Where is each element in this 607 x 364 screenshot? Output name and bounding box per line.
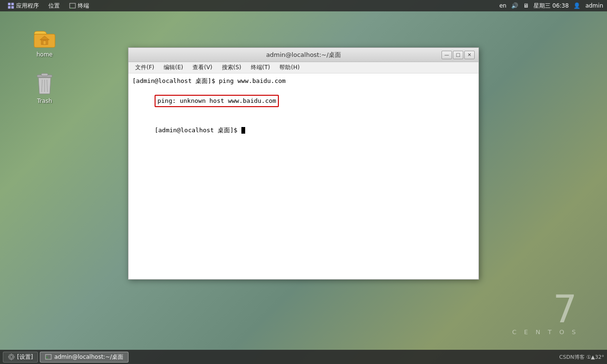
taskbar-top-left: 应用程序 位置 _ 终端 [4,1,93,11]
settings-icon [8,354,15,360]
menu-view[interactable]: 查看(V) [188,63,217,73]
home-icon-label: home [37,51,53,58]
terminal-line-2: ping: unknown host www.baidu.com [132,86,475,117]
menu-file[interactable]: 文件(F) [130,63,159,73]
terminal-cursor [241,127,245,134]
svg-rect-0 [8,3,10,5]
apps-icon [8,2,14,9]
centos-version-number: 7 [512,291,579,328]
lang-indicator: en [499,2,506,9]
settings-taskbar-item[interactable]: [设置] [3,352,38,363]
menu-terminal[interactable]: _ 终端 [65,1,93,11]
taskbar-bottom-right: CSDN博客 ①▲32° [559,354,604,361]
taskbar-top-right: en 🔊 🖥 星期三 06:38 👤 admin [499,2,603,10]
terminal-taskbar-label: admin@localhost:~/桌面 [54,353,123,361]
svg-rect-1 [11,3,14,5]
svg-text:>_: >_ [46,355,50,359]
svg-rect-11 [41,73,48,76]
terminal-taskbar-item[interactable]: >_ admin@localhost:~/桌面 [40,352,129,363]
svg-rect-9 [43,41,46,45]
volume-icon: 🔊 [511,2,518,9]
svg-line-12 [42,80,42,92]
display-icon: 🖥 [523,2,529,9]
desktop-icon-trash[interactable]: Trash [26,70,64,107]
menu-apps[interactable]: 应用程序 [4,1,43,11]
centos-watermark: 7 C E N T O S [512,291,579,336]
close-button[interactable]: ✕ [464,51,475,59]
trash-icon-label: Trash [37,98,52,104]
menu-edit[interactable]: 编辑(E) [159,63,188,73]
menu-help[interactable]: 帮助(H) [275,63,304,73]
menu-search[interactable]: 搜索(S) [217,63,246,73]
taskbar-top: 应用程序 位置 _ 终端 en 🔊 🖥 星期三 06:38 👤 admin [0,0,607,11]
minimize-button[interactable]: — [441,51,452,59]
terminal-title: admin@localhost:~/桌面 [166,51,441,59]
terminal-content[interactable]: [admin@localhost 桌面]$ ping www.baidu.com… [129,73,478,279]
maximize-button[interactable]: □ [453,51,463,59]
home-folder-icon [33,27,56,49]
terminal-highlight-box: ping: unknown host www.baidu.com [155,95,279,107]
centos-brand-text: C E N T O S [512,328,579,336]
datetime: 星期三 06:38 [533,2,569,10]
menu-terminal[interactable]: 终端(T) [246,63,275,73]
terminal-line-1: [admin@localhost 桌面]$ ping www.baidu.com [132,76,475,86]
terminal-window: admin@localhost:~/桌面 — □ ✕ 文件(F) 编辑(E) 查… [128,47,479,280]
terminal-menubar: 文件(F) 编辑(E) 查看(V) 搜索(S) 终端(T) 帮助(H) [129,62,478,73]
user-icon: 👤 [573,2,580,9]
trash-can-icon [33,73,56,96]
terminal-titlebar[interactable]: admin@localhost:~/桌面 — □ ✕ [129,48,478,62]
terminal-controls: — □ ✕ [441,51,475,59]
terminal-menu-icon: _ [69,2,76,9]
terminal-taskbar-icon: >_ [45,354,52,360]
taskbar-bottom: [设置] >_ admin@localhost:~/桌面 CSDN博客 ①▲32… [0,350,607,364]
svg-rect-3 [11,6,14,9]
system-tray-text: CSDN博客 ①▲32° [559,354,604,361]
terminal-line-3: [admin@localhost 桌面]$ [132,116,475,144]
settings-label: [设置] [17,353,33,361]
desktop-icon-home[interactable]: home [26,24,64,61]
svg-line-14 [47,80,47,92]
svg-rect-2 [8,6,10,9]
menu-places[interactable]: 位置 [45,1,64,11]
username: admin [585,2,603,9]
taskbar-bottom-left: [设置] >_ admin@localhost:~/桌面 [3,352,129,363]
